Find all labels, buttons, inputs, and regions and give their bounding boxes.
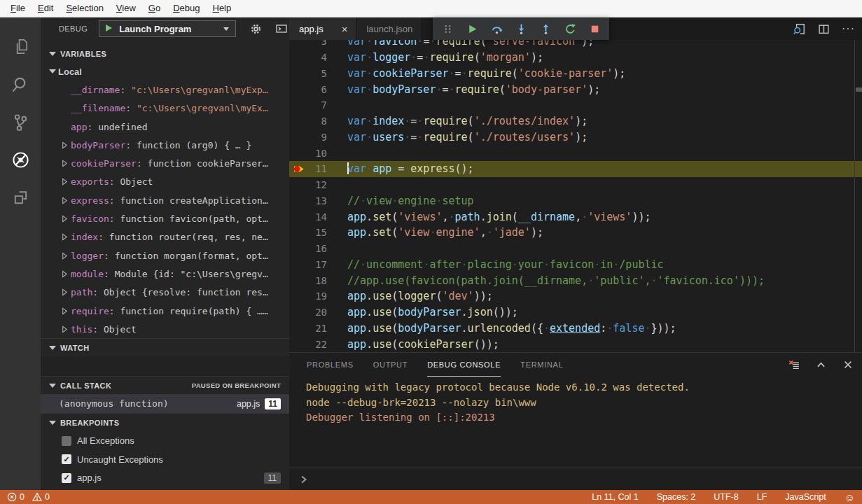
code-line-18[interactable]: 18//app.use(favicon(path.join(__dirname,…	[289, 272, 862, 288]
debug-console-toggle-icon[interactable]	[275, 22, 288, 35]
activity-item-debug[interactable]	[5, 141, 36, 178]
code-line-17[interactable]: 17//·uncomment·after·placing·your·favico…	[289, 257, 862, 273]
continue-button[interactable]	[464, 21, 480, 36]
breakpoint-row[interactable]: ✓Uncaught Exceptions	[41, 450, 289, 469]
close-tab-icon[interactable]: ×	[342, 24, 348, 34]
activity-item-explorer[interactable]	[5, 27, 36, 65]
code-line-9[interactable]: 9var·users·=·require('./routes/users');	[289, 130, 862, 146]
variable-name: bodyParser	[71, 140, 125, 150]
menu-item-selection[interactable]: Selection	[60, 0, 109, 17]
error-count[interactable]: 0	[7, 492, 25, 502]
breakpoint-row[interactable]: All Exceptions	[41, 431, 289, 450]
breakpoints-section-header[interactable]: BREAKPOINTS	[41, 413, 289, 431]
code-line-3[interactable]: 3var·favicon·=·require('serve-favicon');	[289, 40, 862, 50]
watch-section-header[interactable]: WATCH	[41, 338, 289, 356]
variable-row[interactable]: cookieParser: function cookieParser…	[41, 154, 289, 172]
editor-scrollbar[interactable]	[854, 40, 862, 352]
code-line-11[interactable]: 11var·app·=·express();	[289, 161, 862, 177]
variable-row[interactable]: __filename: "c:\Users\gregvanl\myEx…	[41, 99, 289, 118]
code-line-6[interactable]: 6var·bodyParser·=·require('body-parser')…	[289, 81, 862, 97]
code-line-14[interactable]: 14app.set('views',·path.join(__dirname,·…	[289, 209, 862, 225]
variable-row[interactable]: require: function require(path) { ……	[41, 302, 289, 320]
step-into-button[interactable]	[513, 21, 529, 36]
code-line-22[interactable]: 22app.use(cookieParser());	[289, 336, 862, 352]
code-line-8[interactable]: 8var·index·=·require('./routes/index');	[289, 113, 862, 130]
code-editor[interactable]: 3var·favicon·=·require('serve-favicon');…	[289, 40, 862, 352]
variable-row[interactable]: module: Module {id: "c:\Users\gregv…	[41, 265, 289, 283]
variable-row[interactable]: express: function createApplication…	[41, 191, 289, 209]
panel-tab-problems[interactable]: PROBLEMS	[307, 353, 354, 377]
feedback-smiley-icon[interactable]: ☺	[844, 492, 855, 503]
code-line-4[interactable]: 4var·logger·=·require('morgan');	[289, 50, 862, 66]
status-language-mode[interactable]: JavaScript	[785, 492, 826, 502]
menu-item-go[interactable]: Go	[142, 0, 167, 17]
variable-row[interactable]: index: function router(req, res, ne…	[41, 228, 289, 246]
code-line-21[interactable]: 21app.use(bodyParser.urlencoded({·extend…	[289, 321, 862, 337]
variable-row[interactable]: app: undefined	[41, 118, 289, 136]
code-line-13[interactable]: 13//·view·engine·setup	[289, 193, 862, 209]
variable-row[interactable]: path: Object {resolve: function res…	[41, 284, 289, 302]
call-stack-section-header[interactable]: CALL STACK PAUSED ON BREAKPOINT	[41, 376, 289, 394]
variable-separator: :	[109, 306, 120, 316]
status-indentation[interactable]: Spaces: 2	[657, 492, 696, 502]
twistie-icon	[62, 270, 71, 278]
status-encoding[interactable]: UTF-8	[714, 492, 738, 502]
code-line-12[interactable]: 12	[289, 177, 862, 193]
variable-row[interactable]: this: Object	[41, 320, 289, 338]
debug-console-output[interactable]: Debugging with legacy protocol because N…	[289, 377, 862, 468]
status-cursor-position[interactable]: Ln 11, Col 1	[592, 492, 638, 502]
panel-tab-debug-console[interactable]: DEBUG CONSOLE	[427, 353, 501, 377]
menu-item-file[interactable]: File	[4, 0, 32, 17]
panel-tab-output[interactable]: OUTPUT	[373, 353, 408, 377]
activity-item-source-control[interactable]	[5, 103, 36, 141]
variables-section-header[interactable]: VARIABLES	[41, 45, 289, 62]
chevron-down-icon	[223, 27, 229, 31]
split-editor-icon[interactable]	[817, 22, 830, 36]
status-eol[interactable]: LF	[757, 492, 767, 502]
menu-item-help[interactable]: Help	[206, 0, 237, 17]
breakpoint-checkbox[interactable]	[62, 436, 71, 446]
breakpoint-checkbox[interactable]: ✓	[62, 473, 71, 483]
panel-tab-terminal[interactable]: TERMINAL	[520, 353, 563, 377]
activity-item-extensions[interactable]	[5, 178, 36, 216]
call-stack-frame[interactable]: (anonymous function)app.js11	[41, 394, 289, 413]
code-line-16[interactable]: 16	[289, 241, 862, 257]
step-over-button[interactable]	[489, 21, 504, 36]
menu-item-edit[interactable]: Edit	[32, 0, 60, 17]
clear-console-icon[interactable]	[788, 359, 800, 371]
debug-console-input[interactable]	[289, 468, 862, 490]
code-line-7[interactable]: 7	[289, 97, 862, 113]
scrollbar-handle[interactable]	[856, 88, 862, 92]
restart-button[interactable]	[562, 21, 578, 36]
menu-item-debug[interactable]: Debug	[167, 0, 206, 17]
code-line-19[interactable]: 19app.use(logger('dev'));	[289, 288, 862, 304]
variable-row[interactable]: bodyParser: function (arg0) { … }	[41, 136, 289, 154]
tab-launch.json[interactable]: launch.json	[356, 18, 421, 40]
start-debug-icon[interactable]	[104, 22, 113, 35]
menu-item-view[interactable]: View	[110, 0, 142, 17]
variable-row[interactable]: favicon: function favicon(path, opt…	[41, 209, 289, 227]
twistie-icon	[62, 178, 71, 186]
variables-scope-row[interactable]: Local	[41, 62, 289, 80]
variable-row[interactable]: __dirname: "c:\Users\gregvanl\myExp…	[41, 80, 289, 99]
code-line-20[interactable]: 20app.use(bodyParser.json());	[289, 304, 862, 321]
breakpoint-current-line-icon[interactable]	[289, 163, 309, 175]
maximize-panel-icon[interactable]	[815, 359, 827, 371]
open-preview-icon[interactable]	[793, 22, 806, 36]
variable-row[interactable]: exports: Object	[41, 173, 289, 191]
code-line-15[interactable]: 15app.set('view·engine',·'jade');	[289, 225, 862, 241]
stop-button[interactable]	[587, 21, 602, 36]
tab-app.js[interactable]: app.js×	[289, 18, 356, 40]
close-panel-icon[interactable]	[842, 359, 854, 371]
code-line-10[interactable]: 10	[289, 145, 862, 161]
breakpoint-row[interactable]: ✓app.js11	[41, 468, 289, 487]
warning-count[interactable]: 0	[32, 492, 50, 502]
gear-icon[interactable]	[249, 22, 262, 35]
more-actions-icon[interactable]: ···	[842, 22, 855, 36]
breakpoint-checkbox[interactable]: ✓	[62, 454, 71, 464]
variable-row[interactable]: logger: function morgan(format, opt…	[41, 246, 289, 265]
step-out-button[interactable]	[538, 21, 553, 36]
launch-config-dropdown[interactable]: Launch Program	[99, 20, 236, 37]
activity-item-search[interactable]	[5, 65, 36, 103]
code-line-5[interactable]: 5var·cookieParser·=·require('cookie-pars…	[289, 66, 862, 82]
